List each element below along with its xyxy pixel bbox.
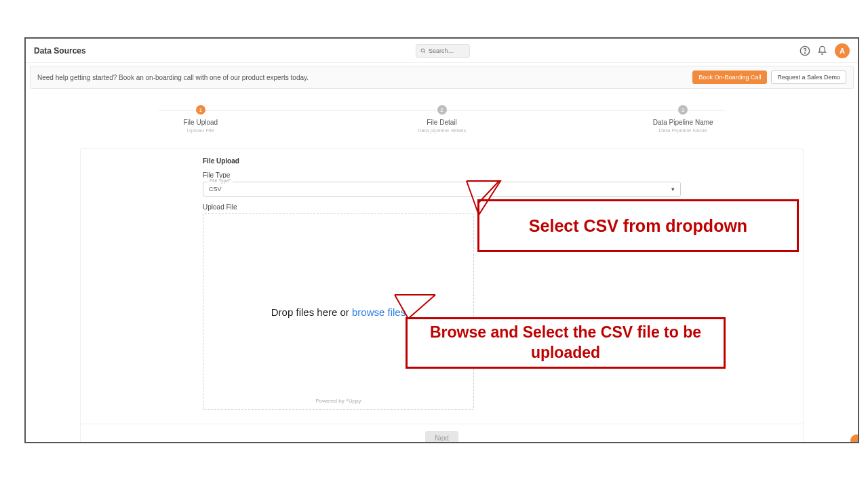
bell-icon[interactable] bbox=[817, 45, 828, 56]
step-sublabel: Upload File bbox=[187, 127, 214, 134]
step-sublabel: Data Pipeline Name bbox=[659, 127, 707, 134]
step-file-upload[interactable]: 1 File Upload Upload File bbox=[80, 105, 321, 134]
topbar: Data Sources A bbox=[26, 39, 858, 63]
file-type-value: CSV bbox=[209, 186, 222, 192]
book-onboarding-button[interactable]: Book On-Boarding Call bbox=[692, 70, 767, 84]
svg-point-3 bbox=[804, 52, 805, 53]
svg-point-0 bbox=[421, 48, 425, 52]
next-button[interactable]: Next bbox=[425, 431, 458, 443]
upload-card: File Upload File Type File Type* CSV ▾ U… bbox=[80, 148, 804, 443]
svg-line-1 bbox=[424, 52, 425, 53]
page-title: Data Sources bbox=[34, 46, 86, 56]
browse-files-link[interactable]: browse files bbox=[352, 306, 406, 318]
step-label: File Upload bbox=[184, 119, 218, 126]
step-sublabel: Data pipeline details bbox=[417, 127, 466, 134]
step-pipeline-name[interactable]: 3 Data Pipeline Name Data Pipeline Name bbox=[562, 105, 804, 134]
banner-text: Need help getting started? Book an on-bo… bbox=[37, 74, 309, 81]
search-input[interactable] bbox=[429, 47, 465, 54]
topbar-right: A bbox=[800, 43, 850, 58]
section-title: File Upload bbox=[203, 157, 681, 165]
drop-prefix: Drop files here or bbox=[271, 306, 352, 318]
search-icon bbox=[420, 47, 426, 54]
step-label: File Detail bbox=[427, 119, 456, 126]
card-footer: Next bbox=[81, 424, 803, 443]
file-type-label: File Type bbox=[203, 171, 681, 179]
chevron-down-icon: ▾ bbox=[671, 186, 675, 192]
step-label: Data Pipeline Name bbox=[653, 119, 713, 126]
file-type-legend: File Type* bbox=[208, 178, 233, 183]
request-demo-button[interactable]: Request a Sales Demo bbox=[771, 70, 846, 84]
step-number: 3 bbox=[678, 105, 688, 115]
onboarding-banner: Need help getting started? Book an on-bo… bbox=[30, 66, 854, 89]
search-box[interactable] bbox=[416, 44, 470, 58]
chat-icon[interactable] bbox=[849, 433, 859, 443]
avatar[interactable]: A bbox=[835, 43, 850, 58]
stepper: 1 File Upload Upload File 2 File Detail … bbox=[26, 93, 858, 140]
dropzone[interactable]: Drop files here or browse files Powered … bbox=[203, 214, 474, 410]
step-file-detail[interactable]: 2 File Detail Data pipeline details bbox=[321, 105, 563, 134]
step-number: 2 bbox=[437, 105, 447, 115]
powered-by: Powered by ᵁUppy bbox=[315, 398, 361, 404]
annotation-browse-file: Browse and Select the CSV file to be upl… bbox=[406, 317, 726, 369]
file-type-select[interactable]: File Type* CSV ▾ bbox=[203, 182, 681, 197]
help-icon[interactable] bbox=[800, 45, 810, 56]
dropzone-text: Drop files here or browse files bbox=[271, 306, 406, 318]
step-number: 1 bbox=[196, 105, 205, 115]
annotation-select-csv: Select CSV from dropdown bbox=[477, 199, 799, 252]
